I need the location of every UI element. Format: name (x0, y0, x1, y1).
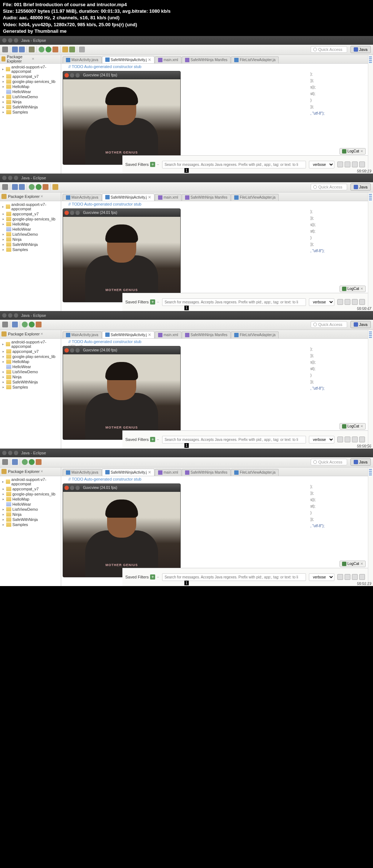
minimize-icon[interactable] (70, 73, 74, 77)
close-icon[interactable]: ✕ (148, 57, 151, 62)
tree-item[interactable]: ▸HelloMap (0, 222, 61, 227)
run-icon[interactable] (29, 322, 35, 327)
editor-tab[interactable]: FileListViewAdapter.ja (231, 331, 279, 338)
tree-item[interactable]: ▸ListViewDemo (0, 369, 61, 374)
save-icon[interactable] (12, 184, 18, 190)
editor-tab[interactable]: MainActivity.java (63, 56, 102, 63)
tree-item[interactable]: ▸HelloWear (0, 227, 61, 232)
close-icon[interactable] (64, 348, 69, 353)
tree-item[interactable]: ▸HelloWear (0, 89, 61, 94)
external-icon[interactable] (43, 184, 48, 190)
new-package-icon[interactable] (52, 184, 58, 190)
editor-tab[interactable]: FileListViewAdapter.ja (231, 194, 279, 201)
tree-item[interactable]: ▸google-play-services_lib (0, 216, 61, 222)
run-icon[interactable] (36, 184, 42, 190)
tree-item[interactable]: ▸Ninja (0, 374, 61, 379)
clear-log-icon[interactable] (345, 299, 350, 305)
editor-tab[interactable]: FileListViewAdapter.ja (231, 56, 279, 63)
minimize-icon[interactable] (70, 211, 74, 215)
toolbar-icon[interactable] (2, 184, 8, 190)
editor-tab[interactable]: SafeWithNinja Manifes (182, 469, 231, 476)
close-icon[interactable]: ✕ (32, 57, 35, 61)
minimize-icon[interactable] (8, 176, 12, 180)
remove-filter-button[interactable]: − (157, 162, 159, 167)
maximize-icon[interactable] (55, 57, 59, 61)
quick-access-input[interactable]: Quick Access (311, 184, 347, 190)
tree-item[interactable]: ▸HelloMap (0, 359, 61, 364)
collapse-icon[interactable] (35, 57, 39, 61)
editor-tab[interactable]: MainActivity.java (63, 331, 102, 338)
perspective-switcher[interactable]: Java (350, 183, 371, 191)
log-level-select[interactable]: verbose (309, 161, 334, 168)
run-icon[interactable] (29, 459, 35, 465)
tree-item[interactable]: ▸ListViewDemo (0, 507, 61, 512)
toolbar-icon[interactable] (2, 322, 8, 327)
maximize-icon[interactable] (14, 176, 18, 180)
add-filter-button[interactable]: + (150, 437, 155, 442)
tree-item[interactable]: ▸google-play-services_lib (0, 354, 61, 359)
new-package-icon[interactable] (62, 47, 68, 52)
scroll-lock-icon[interactable] (352, 437, 358, 442)
add-filter-button[interactable]: + (150, 574, 155, 580)
debug-icon[interactable] (29, 184, 35, 190)
tree-item[interactable]: ▸appcompat_v7 (0, 486, 61, 491)
quick-access-input[interactable]: Quick Access (311, 459, 347, 465)
close-icon[interactable]: ✕ (360, 149, 363, 153)
minimize-icon[interactable] (70, 486, 74, 490)
logcat-tab[interactable]: LogCat ✕ (339, 286, 366, 292)
save-log-icon[interactable] (337, 162, 343, 167)
save-icon[interactable] (12, 459, 18, 465)
save-log-icon[interactable] (337, 299, 343, 305)
export-icon[interactable] (359, 162, 365, 167)
logcat-search-input[interactable] (162, 161, 306, 168)
minimize-icon[interactable] (70, 348, 74, 353)
tree-item[interactable]: ▸HelloWear (0, 364, 61, 369)
minimize-icon[interactable] (8, 451, 12, 455)
code-editor[interactable]: // TODO Auto-generated constructor stub (61, 476, 368, 483)
editor-tab[interactable]: main.xml (155, 469, 181, 476)
minimize-icon[interactable] (8, 313, 12, 318)
save-log-icon[interactable] (337, 574, 343, 580)
clear-log-icon[interactable] (345, 574, 350, 580)
tree-item[interactable]: ▸android-support-v7-appcompat (0, 339, 61, 349)
save-all-icon[interactable] (19, 47, 25, 52)
close-icon[interactable]: ✕ (148, 470, 151, 475)
export-icon[interactable] (359, 299, 365, 305)
close-icon[interactable] (64, 486, 69, 490)
code-editor[interactable]: // TODO Auto-generated constructor stub (61, 201, 368, 208)
close-icon[interactable]: ✕ (148, 333, 151, 337)
tree-item[interactable]: ▸Ninja (0, 237, 61, 242)
tree-item[interactable]: ▸HelloMap (0, 497, 61, 502)
editor-tab[interactable]: SafeWithNinja Manifes (182, 331, 231, 338)
external-icon[interactable] (36, 322, 42, 327)
menu-icon[interactable] (45, 57, 49, 61)
export-icon[interactable] (359, 437, 365, 442)
remove-filter-button[interactable]: − (157, 437, 159, 442)
menu-icon[interactable] (55, 469, 59, 474)
scroll-lock-icon[interactable] (352, 574, 358, 580)
close-icon[interactable] (64, 73, 69, 77)
log-level-select[interactable]: verbose (309, 436, 334, 443)
toolbar-icon[interactable] (2, 459, 8, 465)
close-icon[interactable]: ✕ (360, 562, 363, 566)
tree-item[interactable]: ▸android-support-v7-appcompat (0, 202, 61, 211)
code-editor[interactable]: // TODO Auto-generated constructor stub (61, 64, 368, 71)
tree-item[interactable]: ▸Ninja (0, 512, 61, 517)
tree-item[interactable]: ▸Samples (0, 385, 61, 390)
add-filter-button[interactable]: + (150, 162, 155, 167)
menu-icon[interactable] (55, 332, 59, 336)
debug-icon[interactable] (39, 47, 44, 52)
tree-item[interactable]: ▸SafeWithNinja (0, 379, 61, 385)
maximize-icon[interactable] (75, 348, 80, 353)
tree-item[interactable]: ▸HelloWear (0, 502, 61, 507)
save-all-icon[interactable] (19, 184, 25, 190)
editor-tab[interactable]: MainActivity.java (63, 194, 102, 201)
tree-item[interactable]: ▸HelloMap (0, 84, 61, 89)
editor-tab[interactable]: main.xml (155, 331, 181, 338)
tree-item[interactable]: ▸SafeWithNinja (0, 104, 61, 110)
maximize-icon[interactable] (14, 38, 18, 43)
run-icon[interactable] (46, 47, 51, 52)
logcat-search-input[interactable] (162, 298, 306, 306)
editor-tab-active[interactable]: SafeWithNinjaActivity.j✕ (102, 56, 154, 63)
maximize-icon[interactable] (75, 73, 80, 77)
